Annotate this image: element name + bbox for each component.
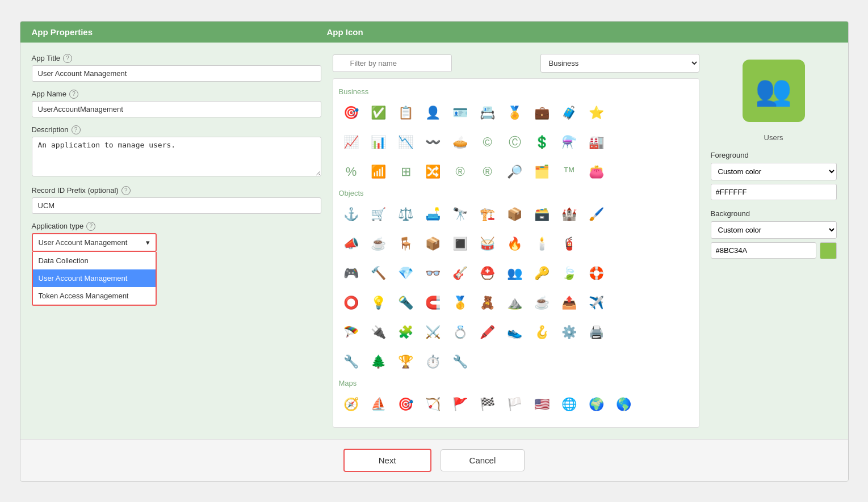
- icon-cup[interactable]: ☕: [366, 231, 391, 256]
- icon-search-input[interactable]: [333, 54, 452, 72]
- app-type-help-icon[interactable]: ?: [86, 222, 95, 231]
- icon-paper-plane[interactable]: ✈️: [584, 290, 609, 315]
- app-title-input[interactable]: [32, 65, 321, 82]
- icon-copyright[interactable]: ©️: [475, 130, 500, 155]
- icon-flag3[interactable]: 🏳️: [502, 392, 527, 417]
- icon-bar-chart2[interactable]: 📉: [393, 130, 418, 155]
- icon-sofa[interactable]: 🛋️: [421, 202, 446, 227]
- icon-guitar[interactable]: 🎸: [448, 261, 473, 286]
- icon-box[interactable]: 📦: [502, 202, 527, 227]
- icon-cube[interactable]: 📦: [421, 231, 446, 256]
- icon-puzzle[interactable]: 🧩: [393, 320, 418, 345]
- background-type-select[interactable]: Custom color Theme color: [711, 221, 837, 239]
- icon-medal2[interactable]: 🥇: [448, 290, 473, 315]
- icon-hammer[interactable]: 🔨: [366, 261, 391, 286]
- icon-key[interactable]: 🔑: [530, 261, 555, 286]
- icon-medal[interactable]: 🏅: [502, 100, 527, 125]
- icon-building[interactable]: 🏗️: [475, 202, 500, 227]
- icon-r-circle2[interactable]: ®: [475, 159, 500, 184]
- icon-parachute[interactable]: 🪂: [339, 320, 364, 345]
- icon-fire[interactable]: 🔥: [502, 231, 527, 256]
- icon-dollar[interactable]: 💲: [530, 130, 555, 155]
- background-hex-input[interactable]: [711, 242, 816, 259]
- icon-tree[interactable]: 🌲: [366, 349, 391, 374]
- category-select[interactable]: Business Objects Maps People Nature: [540, 54, 699, 73]
- icon-flag[interactable]: 🚩: [448, 392, 473, 417]
- icon-globe2[interactable]: 🌍: [584, 392, 609, 417]
- icon-binoculars[interactable]: 🔭: [448, 202, 473, 227]
- icon-hook[interactable]: 🪝: [530, 320, 555, 345]
- icon-leaf[interactable]: 🍃: [557, 261, 582, 286]
- icon-chart-line[interactable]: 📈: [339, 130, 364, 155]
- next-button[interactable]: Next: [343, 449, 431, 472]
- icon-fire2[interactable]: 🕯️: [530, 231, 555, 256]
- icon-lightbulb2[interactable]: 🔦: [393, 290, 418, 315]
- icon-compass[interactable]: 🧭: [339, 392, 364, 417]
- icon-clock[interactable]: ⏱️: [421, 349, 446, 374]
- icon-shoe[interactable]: 👟: [502, 320, 527, 345]
- icon-boxes[interactable]: 🗃️: [530, 202, 555, 227]
- icon-mountain[interactable]: ⛰️: [502, 290, 527, 315]
- icon-drum[interactable]: 🥁: [475, 231, 500, 256]
- icon-pie-chart[interactable]: 🥧: [448, 130, 473, 155]
- icon-factory[interactable]: 🏭: [584, 130, 609, 155]
- icon-search-dollar[interactable]: 🔎: [502, 159, 527, 184]
- icon-globe3[interactable]: 🌎: [611, 392, 636, 417]
- icon-checkmark[interactable]: ✅: [366, 100, 391, 125]
- icon-org-chart[interactable]: 🗂️: [530, 159, 555, 184]
- icon-gear[interactable]: ⚙️: [557, 320, 582, 345]
- icon-bar-up[interactable]: 📶: [366, 159, 391, 184]
- icon-diamond[interactable]: 💎: [393, 261, 418, 286]
- icon-coffee[interactable]: ☕: [530, 290, 555, 315]
- icon-tm[interactable]: ™️: [557, 159, 582, 184]
- icon-trophy[interactable]: 🏆: [393, 349, 418, 374]
- icon-briefcase[interactable]: 💼: [530, 100, 555, 125]
- app-title-help-icon[interactable]: ?: [63, 54, 72, 63]
- icon-send[interactable]: 📤: [557, 290, 582, 315]
- icon-list[interactable]: 📋: [393, 100, 418, 125]
- icon-table[interactable]: ⊞: [393, 159, 418, 184]
- icon-tools[interactable]: 🔧: [339, 349, 364, 374]
- icon-megaphone[interactable]: 📣: [339, 231, 364, 256]
- icon-lightbulb[interactable]: 💡: [366, 290, 391, 315]
- icon-plug[interactable]: 🔌: [366, 320, 391, 345]
- icon-copyright2[interactable]: Ⓒ: [502, 130, 527, 155]
- icon-castle[interactable]: 🏰: [557, 202, 582, 227]
- icon-flag-country[interactable]: 🇺🇸: [530, 392, 555, 417]
- icon-cubes[interactable]: 🔳: [448, 231, 473, 256]
- description-textarea[interactable]: An application to manage users.: [32, 137, 321, 176]
- icon-star[interactable]: ⭐: [584, 100, 609, 125]
- icon-percent[interactable]: %: [339, 159, 364, 184]
- icon-couch[interactable]: 🪑: [393, 231, 418, 256]
- icon-anchor[interactable]: ⚓: [339, 202, 364, 227]
- icon-printer[interactable]: 🖨️: [584, 320, 609, 345]
- icon-bar-chart[interactable]: 📊: [366, 130, 391, 155]
- icon-wrench[interactable]: 🔧: [448, 349, 473, 374]
- dropdown-item-user-account-management[interactable]: User Account Management: [33, 269, 156, 287]
- dropdown-item-data-collection[interactable]: Data Collection: [33, 252, 156, 269]
- app-name-help-icon[interactable]: ?: [69, 90, 78, 99]
- icon-id-card[interactable]: 🪪: [448, 100, 473, 125]
- icon-funnel[interactable]: ⚗️: [557, 130, 582, 155]
- icon-saber[interactable]: ⚔️: [421, 320, 446, 345]
- icon-paintbrush[interactable]: 🖌️: [584, 202, 609, 227]
- icon-contact[interactable]: 📇: [475, 100, 500, 125]
- icon-person[interactable]: 👤: [421, 100, 446, 125]
- icon-ring[interactable]: 💍: [448, 320, 473, 345]
- icon-bear[interactable]: 🧸: [475, 290, 500, 315]
- icon-scale[interactable]: ⚖️: [393, 202, 418, 227]
- icon-people-group[interactable]: 👥: [502, 261, 527, 286]
- icon-graph[interactable]: 〰️: [421, 130, 446, 155]
- foreground-type-select[interactable]: Custom color Theme color: [711, 163, 837, 180]
- record-id-input[interactable]: [32, 197, 321, 214]
- icon-flag2[interactable]: 🏁: [475, 392, 500, 417]
- icon-hierarchy[interactable]: 🔀: [421, 159, 446, 184]
- dropdown-item-token-access-management[interactable]: Token Access Management: [33, 287, 156, 305]
- icon-crosshair[interactable]: 🎯: [393, 392, 418, 417]
- app-name-input[interactable]: [32, 101, 321, 117]
- icon-wallet[interactable]: 👛: [584, 159, 609, 184]
- icon-extinguisher[interactable]: 🧯: [557, 231, 582, 256]
- record-id-help-icon[interactable]: ?: [121, 186, 131, 195]
- icon-paint[interactable]: 🖍️: [475, 320, 500, 345]
- icon-magnet[interactable]: 🧲: [421, 290, 446, 315]
